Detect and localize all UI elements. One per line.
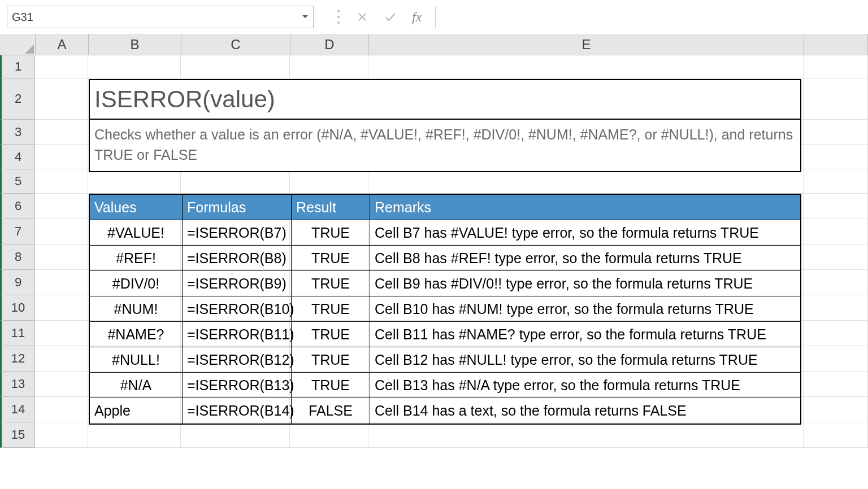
cell-remark[interactable]: Cell B14 has a text, so the formula retu… [370, 398, 800, 423]
cell-value[interactable]: Apple [90, 398, 183, 423]
cell[interactable] [35, 397, 88, 422]
cell[interactable] [804, 321, 868, 346]
header-remarks[interactable]: Remarks [370, 195, 800, 220]
row-header-10[interactable]: 10 [0, 295, 35, 321]
cell[interactable] [804, 422, 868, 448]
cell-remark[interactable]: Cell B12 has #NULL! type error, so the f… [370, 347, 800, 373]
cell-value[interactable]: #NAME? [90, 322, 183, 347]
cell[interactable] [290, 55, 368, 78]
row-header-1[interactable]: 1 [0, 55, 35, 78]
cell[interactable] [804, 270, 868, 295]
cancel-icon[interactable] [355, 10, 369, 24]
cell[interactable] [368, 169, 804, 194]
cell[interactable] [804, 78, 868, 120]
cell[interactable] [88, 422, 181, 448]
cell-remark[interactable]: Cell B7 has #VALUE! type error, so the f… [370, 220, 800, 246]
cell[interactable] [804, 219, 868, 244]
header-values[interactable]: Values [90, 195, 183, 220]
cell-formula[interactable]: =ISERROR(B14) [183, 398, 292, 423]
cell[interactable] [35, 55, 88, 78]
cell[interactable] [804, 244, 868, 270]
cell-result[interactable]: TRUE [292, 322, 370, 347]
cell-formula[interactable]: =ISERROR(B12) [183, 347, 292, 373]
cell[interactable] [804, 372, 868, 397]
column-header-C[interactable]: C [181, 34, 290, 55]
row-header-7[interactable]: 7 [0, 219, 35, 244]
cell[interactable] [35, 219, 88, 244]
cell-formula[interactable]: =ISERROR(B8) [183, 246, 292, 271]
row-header-4[interactable]: 4 [0, 145, 35, 169]
cell-formula[interactable]: =ISERROR(B7) [183, 220, 292, 246]
cell[interactable] [35, 270, 88, 295]
row-header-6[interactable]: 6 [0, 194, 35, 219]
cell-result[interactable]: FALSE [292, 398, 370, 423]
row-header-15[interactable]: 15 [0, 422, 35, 448]
cell[interactable] [368, 55, 804, 78]
cell[interactable] [804, 55, 868, 78]
cell-formula[interactable]: =ISERROR(B10) [183, 296, 292, 322]
cell-remark[interactable]: Cell B8 has #REF! type error, so the for… [370, 246, 800, 271]
row-header-13[interactable]: 13 [0, 372, 35, 397]
cell-value[interactable]: #N/A [90, 373, 183, 398]
title-cell[interactable]: ISERROR(value) [89, 79, 801, 119]
row-header-5[interactable]: 5 [0, 169, 35, 194]
cell-result[interactable]: TRUE [292, 271, 370, 296]
cell-value[interactable]: #VALUE! [90, 220, 183, 246]
cell[interactable] [181, 169, 290, 194]
cell[interactable] [35, 145, 88, 169]
column-header-B[interactable]: B [89, 34, 181, 55]
cell[interactable] [35, 169, 88, 194]
cell-value[interactable]: #NULL! [90, 347, 183, 373]
cell-remark[interactable]: Cell B10 has #NUM! type error, so the fo… [370, 296, 800, 322]
cell[interactable] [181, 55, 290, 78]
cell-result[interactable]: TRUE [292, 220, 370, 246]
name-box[interactable]: G31 [7, 6, 314, 28]
header-formulas[interactable]: Formulas [183, 195, 292, 220]
cell[interactable] [804, 397, 868, 422]
cell-value[interactable]: #NUM! [90, 296, 183, 322]
cell-result[interactable]: TRUE [292, 347, 370, 373]
cell-formula[interactable]: =ISERROR(B11) [183, 322, 292, 347]
row-header-14[interactable]: 14 [0, 397, 35, 422]
cell-formula[interactable]: =ISERROR(B13) [183, 373, 292, 398]
cell-result[interactable]: TRUE [292, 373, 370, 398]
cell[interactable] [35, 321, 88, 346]
cell-value[interactable]: #REF! [90, 246, 183, 271]
cell[interactable] [804, 145, 868, 169]
column-header-E[interactable]: E [369, 34, 804, 55]
row-header-3[interactable]: 3 [0, 120, 35, 145]
cell[interactable] [35, 78, 88, 120]
cell[interactable] [290, 169, 368, 194]
cell[interactable] [804, 169, 868, 194]
row-header-12[interactable]: 12 [0, 346, 35, 372]
cell-remark[interactable]: Cell B9 has #DIV/0!! type error, so the … [370, 271, 800, 296]
cell-value[interactable]: #DIV/0! [90, 271, 183, 296]
column-header-A[interactable]: A [36, 34, 89, 55]
cell[interactable] [88, 169, 181, 194]
cell-result[interactable]: TRUE [292, 296, 370, 322]
cell[interactable] [88, 55, 181, 78]
cell[interactable] [804, 120, 868, 145]
select-all-corner[interactable] [0, 34, 36, 55]
row-header-11[interactable]: 11 [0, 321, 35, 346]
cell-formula[interactable]: =ISERROR(B9) [183, 271, 292, 296]
column-header-D[interactable]: D [290, 34, 369, 55]
cell[interactable] [804, 295, 868, 321]
cell[interactable] [35, 295, 88, 321]
cell-remark[interactable]: Cell B13 has #N/A type error, so the for… [370, 373, 800, 398]
row-header-8[interactable]: 8 [0, 244, 35, 270]
options-icon[interactable] [337, 10, 341, 24]
row-header-2[interactable]: 2 [0, 78, 35, 120]
cell[interactable] [35, 120, 88, 145]
name-box-dropdown-icon[interactable] [301, 12, 310, 21]
enter-icon[interactable] [384, 10, 397, 24]
cell[interactable] [804, 346, 868, 372]
cell[interactable] [35, 422, 88, 448]
insert-function-icon[interactable]: fx [412, 10, 422, 25]
row-header-9[interactable]: 9 [0, 270, 35, 295]
description-cell[interactable]: Checks whether a value is an error (#N/A… [89, 119, 801, 172]
cell[interactable] [35, 244, 88, 270]
cell[interactable] [35, 194, 88, 219]
header-result[interactable]: Result [292, 195, 370, 220]
formula-input[interactable] [435, 6, 861, 28]
